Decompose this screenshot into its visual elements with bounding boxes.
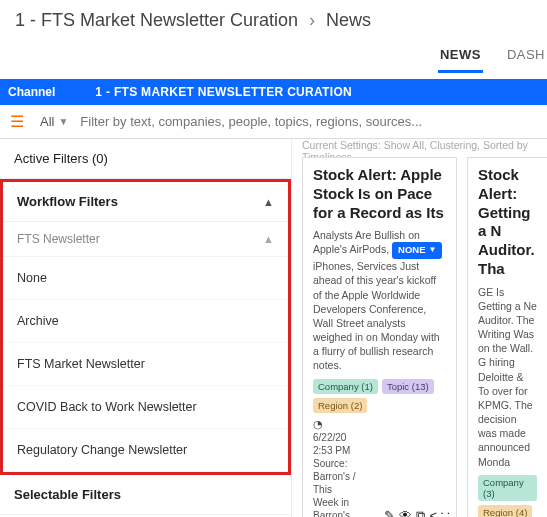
workflow-filters-header[interactable]: Workflow Filters ▲	[3, 182, 288, 222]
copy-icon[interactable]: ⧉	[416, 508, 425, 517]
all-label: All	[40, 114, 54, 129]
breadcrumb-title[interactable]: 1 - FTS Market Newsletter Curation	[15, 10, 298, 30]
caret-down-icon: ▼	[429, 245, 437, 256]
all-dropdown[interactable]: All ▼	[40, 114, 68, 129]
sidebar: Active Filters (0) Workflow Filters ▲ FT…	[0, 139, 292, 517]
chevron-right-icon: ›	[309, 10, 315, 30]
sidebar-item-archive[interactable]: Archive	[3, 300, 288, 343]
caret-down-icon: ▼	[58, 116, 68, 127]
breadcrumb-current: News	[326, 10, 371, 30]
sidebar-item-none[interactable]: None	[3, 257, 288, 300]
tab-news[interactable]: NEWS	[438, 41, 483, 73]
card-tags: Company (3) Region (4)	[478, 475, 537, 517]
selectable-filters-label: Selectable Filters	[14, 487, 121, 502]
search-input[interactable]	[80, 114, 537, 129]
card-tags: Company (1) Topic (13) Region (2)	[313, 379, 446, 413]
fts-newsletter-header[interactable]: FTS Newsletter ▲	[3, 222, 288, 257]
workflow-filters-box: Workflow Filters ▲ FTS Newsletter ▲ None…	[0, 179, 291, 475]
card-title: Stock Alert: Getting a N Auditor. Tha	[478, 166, 537, 279]
active-filters-header[interactable]: Active Filters (0)	[0, 139, 291, 179]
caret-up-icon: ▲	[263, 196, 274, 208]
card-column-1: Stock Alert: Apple Stock Is on Pace for …	[302, 157, 457, 517]
sidebar-item-regulatory[interactable]: Regulatory Change Newsletter	[3, 429, 288, 472]
tag-topic[interactable]: Topic (13)	[382, 379, 434, 394]
more-icon[interactable]: ⸬	[441, 508, 450, 517]
channel-name[interactable]: 1 - FTS MARKET NEWSLETTER CURATION	[95, 85, 352, 99]
tag-region[interactable]: Region (2)	[313, 398, 367, 413]
workflow-filters-label: Workflow Filters	[17, 194, 118, 209]
news-card[interactable]: Stock Alert: Apple Stock Is on Pace for …	[302, 157, 457, 517]
hide-icon[interactable]: 👁	[399, 508, 412, 517]
card-column-2: Stock Alert: Getting a N Auditor. Tha GE…	[467, 157, 547, 517]
card-summary-2: iPhones, Services Just ahead of this yea…	[313, 259, 446, 372]
breadcrumb: 1 - FTS Market Newsletter Curation › New…	[0, 0, 547, 37]
tag-region[interactable]: Region (4)	[478, 505, 532, 517]
card-meta: ◔ 6/22/20 2:53 PM Source: Barron's / Thi…	[313, 417, 446, 517]
tabs: NEWS DASH	[0, 37, 547, 73]
tag-company[interactable]: Company (3)	[478, 475, 537, 501]
caret-up-icon: ▲	[263, 233, 274, 245]
share-icon[interactable]: <	[429, 508, 437, 517]
news-card[interactable]: Stock Alert: Getting a N Auditor. Tha GE…	[467, 157, 547, 517]
channel-label: Channel	[8, 85, 55, 99]
sidebar-item-fts-market[interactable]: FTS Market Newsletter	[3, 343, 288, 386]
card-summary: Analysts Are Bullish on Apple's AirPods,…	[313, 228, 446, 259]
clock-icon: ◔	[313, 418, 323, 430]
none-badge[interactable]: NONE▼	[392, 242, 442, 259]
active-filters-label: Active Filters (0)	[14, 151, 108, 166]
fts-newsletter-label: FTS Newsletter	[17, 232, 100, 246]
tab-dash[interactable]: DASH	[505, 41, 547, 73]
tag-company[interactable]: Company (1)	[313, 379, 378, 394]
sidebar-item-covid[interactable]: COVID Back to Work Newsletter	[3, 386, 288, 429]
filter-icon[interactable]: ☰	[10, 112, 24, 131]
filter-bar: ☰ All ▼	[0, 105, 547, 139]
card-title: Stock Alert: Apple Stock Is on Pace for …	[313, 166, 446, 222]
card-action-icons: ✎ 👁 ⧉ < ⸬	[384, 508, 450, 517]
selectable-filters-header[interactable]: Selectable Filters	[0, 475, 291, 515]
content-area: Current Settings: Show All, Clustering, …	[292, 139, 547, 517]
edit-icon[interactable]: ✎	[384, 508, 395, 517]
channel-bar: Channel 1 - FTS MARKET NEWSLETTER CURATI…	[0, 79, 547, 105]
card-summary: GE Is Getting a Ne Auditor. The Writing …	[478, 285, 537, 469]
